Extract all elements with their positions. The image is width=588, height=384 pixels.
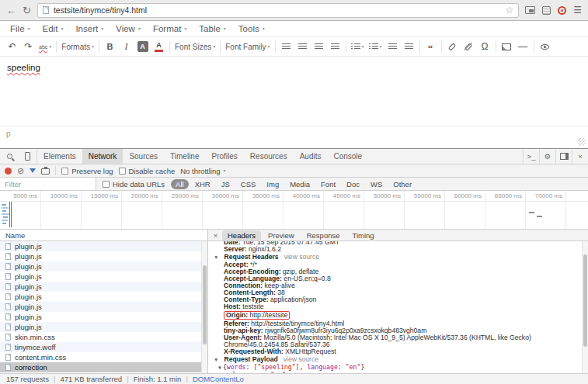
detail-scrollbar[interactable] — [582, 241, 588, 373]
scrollbar-thumb[interactable] — [203, 265, 207, 344]
misspelled-word[interactable]: speeling — [7, 63, 40, 72]
back-icon[interactable]: ← — [6, 5, 16, 16]
reload-icon[interactable]: ↻ — [23, 5, 31, 16]
network-request-row[interactable]: plugin.js — [0, 251, 207, 261]
filter-type-font[interactable]: Font — [316, 179, 340, 189]
throttling-select[interactable]: No throttling▾ — [180, 167, 225, 175]
close-devtools-icon[interactable]: × — [572, 149, 588, 164]
fontfamily-dropdown[interactable]: Font Family▾ — [223, 39, 272, 54]
device-mode-button[interactable] — [19, 149, 37, 164]
menu-tools[interactable]: Tools▾ — [232, 22, 271, 35]
filter-type-all[interactable]: All — [171, 179, 189, 189]
extension-icon[interactable] — [542, 6, 551, 15]
tab-timeline[interactable]: Timeline — [164, 149, 205, 164]
network-request-row[interactable]: plugin.js — [0, 312, 207, 322]
network-request-row-selected[interactable]: correction — [0, 362, 207, 372]
scrollbar-thumb[interactable] — [583, 254, 587, 347]
fontsizes-dropdown[interactable]: Font Sizes▾ — [172, 39, 217, 54]
menu-format[interactable]: Format▾ — [147, 22, 193, 35]
tab-network[interactable]: Network — [82, 149, 124, 164]
filter-type-media[interactable]: Media — [285, 179, 315, 189]
request-list-scrollbar[interactable] — [201, 241, 207, 373]
indent-button[interactable] — [401, 39, 417, 54]
address-bar[interactable]: testsite/tinymce/tiny4.html ☆ — [37, 3, 519, 18]
filter-type-ws[interactable]: WS — [366, 179, 387, 189]
undo-button[interactable]: ↶ — [4, 39, 20, 54]
hide-data-urls-checkbox[interactable]: Hide data URLs — [103, 180, 165, 189]
network-request-row[interactable]: plugin.js — [0, 272, 207, 282]
inspect-element-button[interactable] — [0, 149, 19, 164]
image-button[interactable] — [499, 39, 515, 54]
tab-audits[interactable]: Audits — [294, 149, 328, 164]
clear-icon[interactable]: ⊘ — [17, 167, 24, 175]
chrome-menu-icon[interactable]: ☰ — [573, 5, 582, 15]
blockquote-button[interactable]: “ — [423, 39, 439, 54]
forecolor-button[interactable]: A — [151, 39, 167, 54]
align-left-button[interactable] — [278, 39, 294, 54]
link-button[interactable] — [444, 39, 461, 54]
menu-insert[interactable]: Insert▾ — [69, 22, 110, 35]
menu-file[interactable]: File▾ — [4, 22, 37, 35]
filter-type-xhr[interactable]: XHR — [190, 179, 215, 189]
network-request-row[interactable]: plugin.js — [0, 302, 207, 312]
gear-icon[interactable]: ⚙ — [539, 149, 555, 164]
network-request-row[interactable]: content.min.css — [0, 352, 207, 362]
camera-icon[interactable] — [41, 168, 50, 175]
console-drawer-icon[interactable]: >_ — [523, 149, 539, 164]
network-request-row[interactable]: skin.min.css — [0, 332, 207, 342]
editor-content[interactable]: speeling — [0, 57, 588, 126]
tab-console[interactable]: Console — [327, 149, 368, 164]
network-request-row[interactable]: plugin.js — [0, 261, 207, 272]
filter-icon[interactable] — [30, 168, 36, 173]
view-source-link[interactable]: view source — [284, 254, 319, 261]
tab-elements[interactable]: Elements — [37, 149, 82, 164]
spellcheck-button[interactable]: abc▾ — [37, 39, 54, 54]
detail-tab-headers[interactable]: Headers — [222, 230, 261, 240]
network-request-row[interactable]: plugin.js — [0, 292, 207, 302]
request-headers-section[interactable]: ▼Request Headersview source — [212, 254, 579, 261]
record-extension-icon[interactable] — [558, 6, 566, 15]
tab-profiles[interactable]: Profiles — [205, 149, 243, 164]
filter-type-css[interactable]: CSS — [236, 179, 261, 189]
network-overview-timeline[interactable]: 5000 ms 10000 ms 15000 ms 20000 ms 25000… — [0, 191, 588, 230]
formats-dropdown[interactable]: Formats▾ — [59, 39, 96, 54]
element-path[interactable]: p — [6, 130, 11, 138]
detail-tab-response[interactable]: Response — [301, 230, 346, 240]
disable-cache-checkbox[interactable]: Disable cache — [119, 167, 176, 175]
name-column-header[interactable]: Name — [0, 230, 207, 241]
bookmark-star-icon[interactable]: ☆ — [505, 5, 513, 15]
outdent-button[interactable] — [384, 39, 401, 54]
align-right-button[interactable] — [311, 39, 327, 54]
network-request-row[interactable]: plugin.js — [0, 241, 207, 251]
bold-button[interactable]: B — [102, 39, 118, 54]
italic-button[interactable]: I — [118, 39, 134, 54]
request-payload-section[interactable]: ▼Request Payloadview source — [212, 356, 579, 363]
menu-view[interactable]: View▾ — [110, 22, 147, 35]
menu-edit[interactable]: Edit▾ — [37, 22, 70, 35]
redo-button[interactable]: ↷ — [20, 39, 37, 54]
network-request-row[interactable]: plugin.js — [0, 322, 207, 332]
numbered-list-button[interactable]: ▾ — [367, 39, 384, 54]
filter-type-js[interactable]: JS — [217, 179, 235, 189]
filter-input[interactable] — [0, 178, 96, 190]
filter-type-doc[interactable]: Doc — [342, 179, 364, 189]
align-justify-button[interactable] — [327, 39, 343, 54]
network-request-row[interactable]: plugin.js — [0, 282, 207, 292]
dock-side-button[interactable] — [555, 149, 572, 164]
detail-tab-timing[interactable]: Timing — [347, 230, 380, 240]
resize-grip[interactable] — [578, 138, 586, 146]
filter-type-other[interactable]: Other — [388, 179, 416, 189]
detail-tab-preview[interactable]: Preview — [263, 230, 300, 240]
tab-resources[interactable]: Resources — [244, 149, 294, 164]
network-request-row[interactable]: tinymce.woff — [0, 342, 207, 352]
hr-button[interactable]: — — [515, 39, 531, 54]
unlink-button[interactable] — [461, 39, 477, 54]
close-detail-icon[interactable]: × — [210, 231, 221, 240]
bullet-list-button[interactable]: ▾ — [349, 39, 367, 54]
menu-table[interactable]: Table▾ — [193, 22, 232, 35]
view-source-link[interactable]: view source — [284, 356, 318, 363]
align-center-button[interactable] — [294, 39, 311, 54]
preserve-log-checkbox[interactable]: Preserve log — [61, 167, 113, 175]
cast-icon[interactable] — [525, 6, 535, 14]
record-icon[interactable] — [5, 168, 12, 175]
